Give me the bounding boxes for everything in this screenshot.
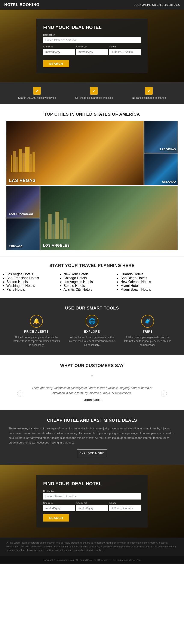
tool-trips: 🧳 TRIPS All the Lorem Ipsum generators o… xyxy=(124,315,171,347)
header: HOTEL BOOKING BOOK ONLINE OR CALL 800-98… xyxy=(0,0,184,10)
features-bar: ✔ Search 100,000 hotels worldwide ✔ Get … xyxy=(0,82,184,104)
travel-item-1-2[interactable]: Los Angeles Hotels xyxy=(64,280,121,284)
testimonial-quote: There are many variations of passages of… xyxy=(27,386,157,396)
destination-input[interactable] xyxy=(43,37,141,43)
tools-grid: 🔔 PRICE ALERTS All the Lorem Ipsum gener… xyxy=(9,315,175,347)
tool-name-explore: EXPLORE xyxy=(84,330,100,333)
feature-item-0: ✔ Search 100,000 hotels worldwide xyxy=(18,87,56,100)
top-cities-title: TOP CITIES IN UNITED STATES OF AMERICA xyxy=(7,112,177,117)
deals-title: CHEAP HOTEL AND LAST MINUTE DEALS xyxy=(9,418,175,423)
travel-col-2: Orlando Hotels San Diego Hotels New Orle… xyxy=(120,272,177,292)
checkin-input-2[interactable] xyxy=(43,505,75,511)
checkmark-icon-2: ✔ xyxy=(145,87,153,95)
room-input[interactable] xyxy=(109,49,141,55)
explore-more-button[interactable]: EXPLORE MORE xyxy=(77,449,107,457)
feature-text-1: Get the price guarantee available xyxy=(75,96,113,100)
city-card-orlando[interactable]: ORLANDO xyxy=(144,154,177,185)
tool-name-trips: TRIPS xyxy=(143,330,152,333)
tool-desc-trips: All the Lorem Ipsum generators on the In… xyxy=(124,335,171,347)
tool-explore: 🌐 EXPLORE All the Lorem Ipsum generators… xyxy=(68,315,116,347)
hero2-title: FIND YOUR IDEAL HOTEL xyxy=(43,481,141,486)
destination-label-2: Destination xyxy=(43,490,141,492)
travel-item-2-1[interactable]: San Diego Hotels xyxy=(120,276,177,280)
checkout-input[interactable] xyxy=(76,49,108,55)
checkin-label: Check-In xyxy=(43,45,75,48)
travel-item-2-4[interactable]: Miami Beach Hotels xyxy=(120,288,177,292)
travel-item-1-3[interactable]: Seattle Hotels xyxy=(64,284,121,288)
feature-text-0: Search 100,000 hotels worldwide xyxy=(18,96,56,100)
travel-item-1-1[interactable]: Chicago Hotels xyxy=(64,276,121,280)
destination-input-2[interactable] xyxy=(43,493,141,500)
footer-lorem-text: All the Lorem Ipsum generators on the In… xyxy=(7,541,177,552)
footer-copyright: Copyright © domainname.com. All Rights R… xyxy=(0,556,184,564)
checkout-input-2[interactable] xyxy=(76,505,108,511)
search-box-2: FIND YOUR IDEAL HOTEL Destination Check-… xyxy=(36,475,148,528)
quote-icon: " xyxy=(17,373,167,382)
top-cities-section: TOP CITIES IN UNITED STATES OF AMERICA L… xyxy=(0,104,184,256)
feature-text-2: No cancellation fee to change xyxy=(132,96,166,100)
checkin-input[interactable] xyxy=(43,49,75,55)
footer-dark: All the Lorem Ipsum generators on the In… xyxy=(0,538,184,556)
deals-section: CHEAP HOTEL AND LAST MINUTE DEALS There … xyxy=(0,410,184,465)
next-testimonial-button[interactable]: › xyxy=(161,390,167,396)
tool-name-price-alerts: PRICE ALERTS xyxy=(24,330,49,333)
room-input-2[interactable] xyxy=(109,505,141,511)
tool-price-alerts: 🔔 PRICE ALERTS All the Lorem Ipsum gener… xyxy=(13,315,60,347)
city-card-chicago[interactable]: CHICAGO xyxy=(7,218,40,250)
city-card-san-francisco[interactable]: SAN FRANCISCO xyxy=(7,186,40,218)
header-contact: BOOK ONLINE OR CALL 800-987-9696 xyxy=(134,4,180,6)
testimonials-section: WHAT OUR CUSTOMERS SAY " ‹ There are man… xyxy=(0,354,184,410)
explore-icon: 🌐 xyxy=(86,315,98,328)
checkout-label-2: Check-out xyxy=(76,502,108,504)
testimonial-author: - JOHN SMITH xyxy=(27,398,157,402)
travel-item-1-0[interactable]: New York Hotels xyxy=(64,272,121,276)
checkout-label: Check-out xyxy=(76,45,108,48)
checkmark-icon-0: ✔ xyxy=(33,87,41,95)
feature-item-1: ✔ Get the price guarantee available xyxy=(75,87,113,100)
tool-desc-explore: All the Lorem Ipsum generators on the In… xyxy=(68,335,116,347)
travel-planning-section: START YOUR TRAVEL PLANNING HERE Las Vega… xyxy=(0,256,184,298)
price-alerts-icon: 🔔 xyxy=(30,315,43,328)
hero-section: FIND YOUR IDEAL HOTEL Destination Check-… xyxy=(0,10,184,82)
city-label-orlando: ORLANDO xyxy=(162,180,176,184)
testimonials-title: WHAT OUR CUSTOMERS SAY xyxy=(17,363,167,368)
travel-columns: Las Vegas Hotels San Francisco Hotels Bo… xyxy=(7,272,177,292)
city-label-los-angeles: LOS ANGELES xyxy=(43,244,70,248)
search-box: FIND YOUR IDEAL HOTEL Destination Check-… xyxy=(36,18,148,73)
hero-title: FIND YOUR IDEAL HOTEL xyxy=(43,24,141,30)
logo: HOTEL BOOKING xyxy=(4,2,40,7)
destination-label: Destination xyxy=(43,34,141,36)
travel-item-2-2[interactable]: New Orleans Hotels xyxy=(120,280,177,284)
travel-item-0-4[interactable]: Paris Hotels xyxy=(7,288,64,292)
tool-desc-price-alerts: All the Lorem Ipsum generators on the In… xyxy=(13,335,60,347)
room-label-2: Room xyxy=(109,502,141,504)
city-label-las-vegas-main: LAS VEGAS xyxy=(9,178,36,183)
smart-tools-section: USE OUR SMART TOOLS 🔔 PRICE ALERTS All t… xyxy=(0,298,184,354)
trips-icon: 🧳 xyxy=(141,315,154,328)
search-button-2[interactable]: SEARCH xyxy=(43,514,69,522)
travel-planning-title: START YOUR TRAVEL PLANNING HERE xyxy=(7,263,177,268)
city-card-las-vegas-sm[interactable]: LAS VEGAS xyxy=(144,121,177,152)
smart-tools-title: USE OUR SMART TOOLS xyxy=(9,306,175,310)
copyright-text: Copyright © domainname.com. All Rights R… xyxy=(43,559,141,561)
checkin-label-2: Check-In xyxy=(43,502,75,504)
travel-col-0: Las Vegas Hotels San Francisco Hotels Bo… xyxy=(7,272,64,292)
travel-item-0-0[interactable]: Las Vegas Hotels xyxy=(7,272,64,276)
prev-testimonial-button[interactable]: ‹ xyxy=(17,390,23,396)
city-card-los-angeles[interactable]: LOS ANGELES xyxy=(41,186,177,250)
city-card-las-vegas-main[interactable]: LAS VEGAS xyxy=(7,121,143,185)
city-label-las-vegas-sm: LAS VEGAS xyxy=(160,148,176,151)
hero2-section: FIND YOUR IDEAL HOTEL Destination Check-… xyxy=(0,465,184,538)
travel-item-2-3[interactable]: Miami Hotels xyxy=(120,284,177,288)
travel-item-0-3[interactable]: Washington Hotels xyxy=(7,284,64,288)
travel-item-0-2[interactable]: Boston Hotels xyxy=(7,280,64,284)
checkmark-icon-1: ✔ xyxy=(90,87,98,95)
travel-item-1-4[interactable]: Atlantic City Hotels xyxy=(64,288,121,292)
travel-item-0-1[interactable]: San Francisco Hotels xyxy=(7,276,64,280)
feature-item-2: ✔ No cancellation fee to change xyxy=(132,87,166,100)
travel-item-2-0[interactable]: Orlando Hotels xyxy=(120,272,177,276)
search-button[interactable]: SEARCH xyxy=(43,60,69,67)
deals-text: There are many variations of passages of… xyxy=(9,426,175,445)
city-label-chicago: CHICAGO xyxy=(9,245,23,248)
room-label: Room xyxy=(109,45,141,48)
